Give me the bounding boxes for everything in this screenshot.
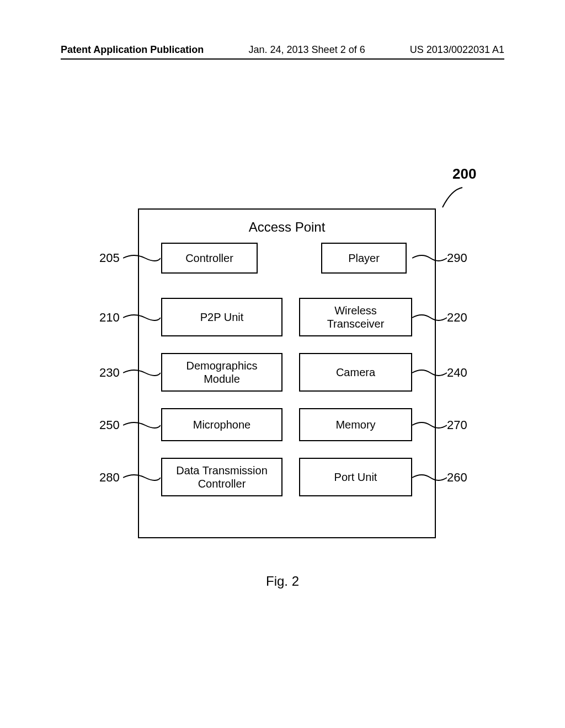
box-demographics-module: Demographics Module bbox=[161, 353, 282, 392]
ref-290: 290 bbox=[447, 251, 467, 265]
label: Microphone bbox=[193, 418, 251, 431]
ref-200: 200 bbox=[452, 165, 476, 183]
lead-line-200 bbox=[441, 186, 463, 208]
main-box-title: Access Point bbox=[139, 220, 435, 235]
box-port-unit: Port Unit bbox=[299, 458, 412, 496]
box-data-transmission-controller: Data Transmission Controller bbox=[161, 458, 282, 496]
ref-270: 270 bbox=[447, 418, 467, 432]
box-camera: Camera bbox=[299, 353, 412, 392]
ref-230: 230 bbox=[99, 366, 120, 380]
ref-210: 210 bbox=[99, 311, 120, 325]
header-divider bbox=[61, 58, 504, 60]
label: Data Transmission Controller bbox=[176, 464, 268, 490]
label: Wireless Transceiver bbox=[327, 304, 385, 330]
ref-280: 280 bbox=[99, 470, 120, 485]
ref-205: 205 bbox=[99, 251, 120, 265]
ref-260: 260 bbox=[447, 470, 467, 485]
label: Demographics Module bbox=[186, 359, 258, 386]
label: P2P Unit bbox=[200, 311, 244, 324]
box-controller: Controller bbox=[161, 243, 258, 274]
box-microphone: Microphone bbox=[161, 408, 282, 441]
header-center: Jan. 24, 2013 Sheet 2 of 6 bbox=[249, 44, 365, 56]
ref-220: 220 bbox=[447, 311, 467, 325]
label: Memory bbox=[335, 418, 375, 431]
label: Camera bbox=[336, 366, 375, 379]
box-p2p-unit: P2P Unit bbox=[161, 298, 282, 336]
main-box-access-point: Access Point Controller Player P2P Unit … bbox=[138, 208, 436, 538]
header-left: Patent Application Publication bbox=[61, 44, 204, 56]
box-player: Player bbox=[321, 243, 407, 274]
box-wireless-transceiver: Wireless Transceiver bbox=[299, 298, 412, 336]
figure-caption: Fig. 2 bbox=[0, 574, 565, 589]
label: Port Unit bbox=[334, 470, 377, 484]
header-right: US 2013/0022031 A1 bbox=[410, 44, 504, 56]
page-header: Patent Application Publication Jan. 24, … bbox=[61, 44, 504, 56]
ref-250: 250 bbox=[99, 418, 120, 432]
label: Player bbox=[348, 251, 380, 265]
label: Controller bbox=[185, 251, 233, 265]
ref-240: 240 bbox=[447, 366, 467, 380]
box-memory: Memory bbox=[299, 408, 412, 441]
